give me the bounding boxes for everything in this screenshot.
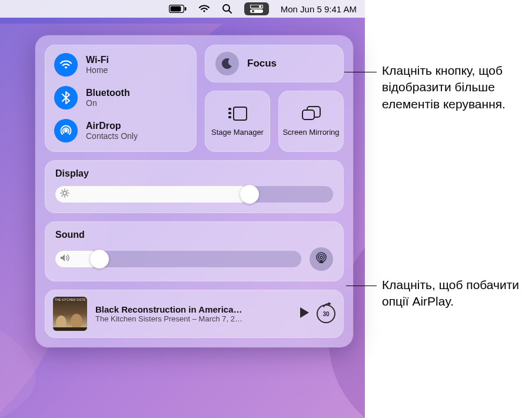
svg-rect-10 xyxy=(234,107,247,120)
svg-point-8 xyxy=(252,10,254,12)
play-button[interactable] xyxy=(299,307,310,321)
airplay-icon xyxy=(315,251,328,267)
svg-rect-11 xyxy=(228,108,231,110)
brightness-icon xyxy=(60,188,69,200)
wifi-icon[interactable] xyxy=(198,5,210,13)
svg-rect-14 xyxy=(302,110,314,120)
connectivity-tile[interactable]: Wi-Fi Home Bluetooth On xyxy=(45,45,197,152)
menubar-datetime[interactable]: Mon Jun 5 9:41 AM xyxy=(281,4,357,14)
svg-line-21 xyxy=(67,195,68,196)
focus-moon-icon xyxy=(215,52,239,75)
svg-rect-13 xyxy=(228,116,231,118)
album-artwork: THE KITCHEN SISTERS PRESENT xyxy=(53,297,87,331)
stage-manager-tile[interactable]: Stage Manager xyxy=(205,91,270,152)
svg-point-28 xyxy=(71,314,82,329)
focus-title: Focus xyxy=(247,58,277,69)
svg-rect-2 xyxy=(185,7,187,11)
control-center-menubar-icon[interactable] xyxy=(244,2,269,15)
stage-manager-label: Stage Manager xyxy=(211,128,264,137)
airdrop-icon xyxy=(54,119,78,142)
callout-focus: Клацніть кнопку, щоб відобразити більше … xyxy=(382,62,529,112)
svg-line-4 xyxy=(229,11,231,13)
media-subtitle: The Kitchen Sisters Present – March 7, 2… xyxy=(95,314,291,323)
wifi-status: Home xyxy=(86,65,109,75)
desktop-wallpaper: Mon Jun 5 9:41 AM Wi-Fi Home xyxy=(0,0,365,418)
bluetooth-status: On xyxy=(86,98,130,108)
callout-line xyxy=(346,286,377,286)
display-tile[interactable]: Display xyxy=(45,160,344,213)
callout-airplay: Клацніть, щоб побачити опції AirPlay. xyxy=(382,277,529,310)
stage-manager-icon xyxy=(228,106,248,124)
screen-mirroring-icon xyxy=(301,106,321,124)
svg-point-26 xyxy=(320,256,322,258)
svg-line-23 xyxy=(67,190,68,191)
sound-tile[interactable]: Sound xyxy=(45,221,344,281)
bluetooth-control[interactable]: Bluetooth On xyxy=(54,86,187,110)
svg-point-6 xyxy=(259,5,261,8)
display-heading: Display xyxy=(55,168,333,179)
sound-heading: Sound xyxy=(55,230,333,240)
wifi-title: Wi-Fi xyxy=(86,55,109,65)
focus-tile[interactable]: Focus xyxy=(205,45,344,82)
svg-point-25 xyxy=(318,254,324,260)
spotlight-search-icon[interactable] xyxy=(222,4,232,14)
sound-volume-slider[interactable] xyxy=(55,251,301,267)
svg-point-9 xyxy=(64,129,68,132)
volume-icon xyxy=(60,254,71,264)
airdrop-title: AirDrop xyxy=(86,121,138,131)
svg-rect-1 xyxy=(170,6,181,12)
display-brightness-slider[interactable] xyxy=(55,186,333,203)
wifi-icon xyxy=(54,53,78,77)
screen-mirroring-tile[interactable]: Screen Mirroring xyxy=(278,91,344,152)
airdrop-status: Contacts Only xyxy=(86,131,138,141)
airplay-audio-button[interactable] xyxy=(310,247,333,271)
bluetooth-title: Bluetooth xyxy=(86,88,130,98)
callout-line xyxy=(344,72,377,72)
wifi-control[interactable]: Wi-Fi Home xyxy=(54,53,187,77)
bluetooth-icon xyxy=(54,86,78,110)
now-playing-tile[interactable]: THE KITCHEN SISTERS PRESENT Black Recons… xyxy=(45,290,344,338)
svg-line-20 xyxy=(62,190,62,191)
screen-mirroring-label: Screen Mirroring xyxy=(282,128,339,137)
skip-forward-30-button[interactable]: 30 xyxy=(317,304,335,323)
media-title: Black Reconstruction in America… xyxy=(95,304,291,314)
battery-icon[interactable] xyxy=(169,5,187,13)
svg-rect-12 xyxy=(228,112,231,114)
menu-bar: Mon Jun 5 9:41 AM xyxy=(0,0,365,18)
airdrop-control[interactable]: AirDrop Contacts Only xyxy=(54,119,187,142)
svg-rect-29 xyxy=(53,327,87,331)
svg-line-22 xyxy=(62,195,62,196)
svg-point-15 xyxy=(63,191,66,195)
control-center-panel: Wi-Fi Home Bluetooth On xyxy=(35,35,353,347)
